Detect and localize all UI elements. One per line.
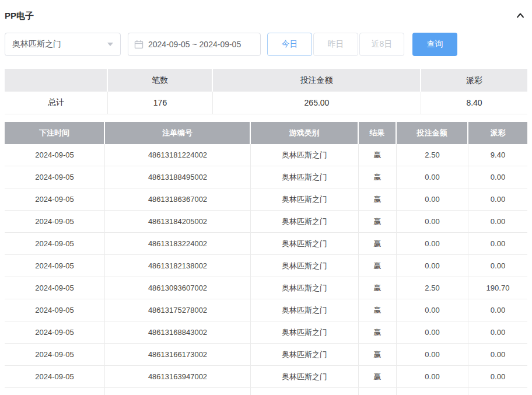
table-row: 2024-09-0548613186367002奥林匹斯之门赢0.000.00	[5, 188, 527, 211]
cell-bet-amount: 0.00	[397, 233, 468, 255]
cell-bet-time: 2024-09-05	[5, 299, 105, 321]
panel-header: PP电子	[5, 7, 527, 25]
col-result: 结果	[359, 122, 397, 144]
cell-result: 赢	[359, 255, 397, 277]
cell-game-type: 奥林匹斯之门	[251, 211, 359, 233]
quick-button-yesterday[interactable]: 昨日	[313, 33, 358, 56]
table-row: 2024-09-0548613166173002奥林匹斯之门赢0.000.00	[5, 344, 527, 366]
col-order-id: 注单编号	[105, 122, 251, 144]
cell-game-type: 奥林匹斯之门	[251, 366, 359, 388]
cell-payout: 9.40	[468, 144, 527, 166]
cell-game-type	[251, 388, 359, 395]
cell-bet-time: 2024-09-05	[5, 255, 105, 277]
cell-result: 赢	[359, 144, 397, 166]
cell-bet-time: 2024-09-05	[5, 277, 105, 299]
cell-game-type: 奥林匹斯之门	[251, 233, 359, 255]
summary-total-count: 176	[108, 92, 213, 114]
date-range-input[interactable]: 2024-09-05 ~ 2024-09-05	[128, 33, 261, 56]
table-row: 2024-09-0548613163947002奥林匹斯之门赢0.000.00	[5, 366, 527, 388]
cell-bet-amount: 0.00	[397, 166, 468, 188]
table-row: 2024-09-0548613168843002奥林匹斯之门赢0.000.00	[5, 321, 527, 344]
cell-order-id	[105, 388, 251, 395]
col-bet-time: 下注时间	[5, 122, 105, 144]
bet-table: 下注时间 注单编号 游戏类别 结果 投注金额 派彩 2024-09-054861…	[5, 122, 527, 395]
cell-result: 赢	[359, 211, 397, 233]
cell-payout	[468, 388, 527, 395]
cell-order-id: 48613163947002	[105, 366, 251, 388]
bet-table-header-row: 下注时间 注单编号 游戏类别 结果 投注金额 派彩	[5, 122, 527, 144]
cell-game-type: 奥林匹斯之门	[251, 188, 359, 211]
cell-payout: 0.00	[468, 211, 527, 233]
cell-bet-amount: 0.00	[397, 299, 468, 321]
game-select[interactable]: 奥林匹斯之门	[5, 33, 121, 56]
cell-order-id: 48613184205002	[105, 211, 251, 233]
table-row-partial	[5, 388, 527, 395]
cell-order-id: 48613182138002	[105, 255, 251, 277]
cell-result: 赢	[359, 277, 397, 299]
summary-col-blank	[5, 69, 108, 92]
cell-order-id: 48613181224002	[105, 144, 251, 166]
col-payout: 派彩	[468, 122, 527, 144]
cell-payout: 0.00	[468, 166, 527, 188]
cell-game-type: 奥林匹斯之门	[251, 255, 359, 277]
chevron-down-icon	[107, 43, 113, 46]
table-row: 2024-09-0548613188495002奥林匹斯之门赢0.000.00	[5, 166, 527, 188]
summary-col-bet-amount: 投注金额	[213, 69, 421, 92]
summary-col-count: 笔数	[108, 69, 213, 92]
table-row: 2024-09-0548613093607002奥林匹斯之门赢2.50190.7…	[5, 277, 527, 299]
panel-title: PP电子	[5, 11, 34, 22]
filter-row: 奥林匹斯之门 2024-09-05 ~ 2024-09-05 今日 昨日 近8日…	[5, 33, 527, 56]
table-row: 2024-09-0548613184205002奥林匹斯之门赢0.000.00	[5, 211, 527, 233]
cell-bet-time: 2024-09-05	[5, 233, 105, 255]
cell-payout: 0.00	[468, 321, 527, 344]
cell-order-id: 48613183224002	[105, 233, 251, 255]
col-bet-amount: 投注金额	[397, 122, 468, 144]
cell-bet-time: 2024-09-05	[5, 166, 105, 188]
cell-result: 赢	[359, 166, 397, 188]
pp-games-panel: PP电子 奥林匹斯之门 2024-09-05 ~ 2024-09-05 今日 昨…	[0, 0, 532, 395]
cell-bet-time: 2024-09-05	[5, 344, 105, 366]
cell-order-id: 48613188495002	[105, 166, 251, 188]
summary-header-row: 笔数 投注金额 派彩	[5, 69, 527, 92]
cell-game-type: 奥林匹斯之门	[251, 299, 359, 321]
cell-order-id: 48613186367002	[105, 188, 251, 211]
table-row: 2024-09-0548613182138002奥林匹斯之门赢0.000.00	[5, 255, 527, 277]
cell-bet-amount: 0.00	[397, 255, 468, 277]
cell-result: 赢	[359, 321, 397, 344]
date-range-value: 2024-09-05 ~ 2024-09-05	[148, 40, 241, 49]
search-button[interactable]: 查询	[412, 33, 457, 56]
cell-bet-time: 2024-09-05	[5, 366, 105, 388]
cell-game-type: 奥林匹斯之门	[251, 166, 359, 188]
cell-bet-time: 2024-09-05	[5, 144, 105, 166]
cell-bet-time	[5, 388, 105, 395]
quick-button-last8days[interactable]: 近8日	[359, 33, 404, 56]
cell-bet-amount: 2.50	[397, 277, 468, 299]
cell-payout: 0.00	[468, 233, 527, 255]
summary-total-bet-amount: 265.00	[213, 92, 421, 114]
table-row: 2024-09-0548613175278002奥林匹斯之门赢0.000.00	[5, 299, 527, 321]
cell-bet-amount: 2.50	[397, 144, 468, 166]
cell-bet-amount: 0.00	[397, 366, 468, 388]
summary-total-row: 总计 176 265.00 8.40	[5, 92, 527, 114]
cell-result: 赢	[359, 188, 397, 211]
cell-bet-amount: 0.00	[397, 188, 468, 211]
collapse-button[interactable]	[513, 9, 527, 23]
cell-result: 赢	[359, 344, 397, 366]
cell-payout: 190.70	[468, 277, 527, 299]
summary-total-payout: 8.40	[421, 92, 527, 114]
summary-table: 笔数 投注金额 派彩 总计 176 265.00 8.40	[5, 69, 527, 114]
cell-bet-time: 2024-09-05	[5, 321, 105, 344]
cell-game-type: 奥林匹斯之门	[251, 321, 359, 344]
col-game-type: 游戏类别	[251, 122, 359, 144]
cell-payout: 0.00	[468, 344, 527, 366]
cell-result: 赢	[359, 366, 397, 388]
cell-payout: 0.00	[468, 366, 527, 388]
cell-bet-amount: 0.00	[397, 344, 468, 366]
table-row: 2024-09-0548613181224002奥林匹斯之门赢2.509.40	[5, 144, 527, 166]
table-row: 2024-09-0548613183224002奥林匹斯之门赢0.000.00	[5, 233, 527, 255]
cell-result	[359, 388, 397, 395]
cell-order-id: 48613168843002	[105, 321, 251, 344]
quick-button-today[interactable]: 今日	[267, 33, 312, 56]
cell-game-type: 奥林匹斯之门	[251, 344, 359, 366]
cell-bet-time: 2024-09-05	[5, 188, 105, 211]
